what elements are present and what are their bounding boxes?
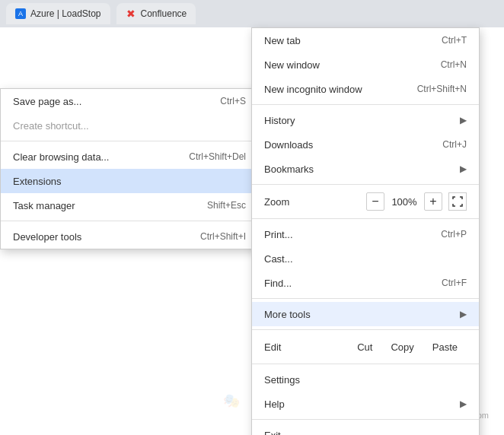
menu-clear-browsing[interactable]: Clear browsing data... Ctrl+Shift+Del: [1, 144, 258, 169]
menu-help[interactable]: Help ▶: [252, 392, 479, 416]
menu-history[interactable]: History ▶: [252, 108, 479, 132]
menu-incognito-shortcut: Ctrl+Shift+N: [417, 84, 467, 94]
help-arrow-icon: ▶: [460, 398, 467, 409]
copy-button[interactable]: Copy: [381, 338, 423, 356]
edit-label: Edit: [264, 341, 348, 353]
zoom-fullscreen-button[interactable]: [448, 192, 467, 211]
edit-row: Edit Cut Copy Paste: [252, 333, 479, 360]
menu-find-label: Find...: [264, 278, 292, 289]
paste-button[interactable]: Paste: [423, 338, 467, 356]
separator-7: [252, 419, 479, 420]
menu-save-page-shortcut: Ctrl+S: [220, 96, 246, 106]
menu-clear-browsing-shortcut: Ctrl+Shift+Del: [189, 151, 246, 162]
menu-save-page[interactable]: Save page as... Ctrl+S: [1, 89, 258, 113]
menu-new-window[interactable]: New window Ctrl+N: [252, 52, 479, 77]
menu-bookmarks-label: Bookmarks: [264, 164, 314, 175]
main-content: 🎭 APPUALS wsxdn.com New tab Ctrl+T New w…: [0, 27, 504, 435]
menu-new-tab-label: New tab: [264, 35, 301, 46]
cut-button[interactable]: Cut: [348, 338, 381, 356]
menu-task-manager[interactable]: Task manager Shift+Esc: [1, 193, 258, 218]
menu-more-tools[interactable]: More tools ▶: [252, 302, 479, 326]
menu-clear-browsing-label: Clear browsing data...: [13, 151, 109, 163]
zoom-minus-button[interactable]: −: [366, 192, 384, 211]
separator-3: [252, 218, 479, 219]
menu-cast[interactable]: Cast...: [252, 246, 479, 271]
menu-settings-label: Settings: [264, 374, 300, 386]
zoom-value: 100%: [391, 196, 418, 208]
menu-more-tools-label: More tools: [264, 309, 311, 320]
separator-1: [252, 104, 479, 105]
menu-history-label: History: [264, 115, 295, 126]
zoom-row: Zoom − 100% +: [252, 188, 479, 215]
menu-exit[interactable]: Exit: [252, 423, 479, 435]
zoom-label: Zoom: [264, 196, 366, 208]
menu-extensions[interactable]: Extensions: [1, 169, 258, 193]
edit-actions: Cut Copy Paste: [348, 338, 467, 356]
chrome-menu-right: New tab Ctrl+T New window Ctrl+N New inc…: [251, 27, 480, 435]
separator-4: [252, 298, 479, 299]
menu-extensions-label: Extensions: [13, 176, 62, 187]
azure-icon: A: [15, 8, 26, 19]
menu-settings[interactable]: Settings: [252, 367, 479, 392]
tab-azure[interactable]: A Azure | LoadStop: [6, 3, 110, 24]
menu-incognito-label: New incognito window: [264, 84, 362, 95]
menu-downloads-shortcut: Ctrl+J: [442, 139, 467, 150]
menu-incognito[interactable]: New incognito window Ctrl+Shift+N: [252, 77, 479, 101]
menu-bookmarks[interactable]: Bookmarks ▶: [252, 157, 479, 181]
menu-print[interactable]: Print... Ctrl+P: [252, 222, 479, 246]
menu-task-manager-label: Task manager: [13, 200, 75, 211]
tab-confluence-label: Confluence: [141, 8, 187, 19]
separator-5: [252, 329, 479, 330]
left-separator-1: [1, 141, 258, 141]
menu-find-shortcut: Ctrl+F: [442, 278, 467, 288]
menu-new-window-label: New window: [264, 59, 320, 71]
separator-2: [252, 184, 479, 185]
menu-task-manager-shortcut: Shift+Esc: [207, 200, 246, 211]
menu-create-shortcut[interactable]: Create shortcut...: [1, 113, 258, 138]
menu-new-window-shortcut: Ctrl+N: [441, 59, 467, 70]
tab-confluence[interactable]: ✖ Confluence: [116, 3, 196, 24]
history-arrow-icon: ▶: [460, 115, 467, 125]
menu-print-label: Print...: [264, 229, 293, 240]
menu-dev-tools[interactable]: Developer tools Ctrl+Shift+I: [1, 224, 258, 249]
menu-dev-tools-shortcut: Ctrl+Shift+I: [200, 231, 246, 242]
menu-dev-tools-label: Developer tools: [13, 231, 81, 243]
menu-cast-label: Cast...: [264, 253, 293, 265]
tab-azure-label: Azure | LoadStop: [30, 8, 101, 19]
browser-bar: A Azure | LoadStop ✖ Confluence: [0, 0, 504, 27]
menu-save-page-label: Save page as...: [13, 96, 81, 107]
separator-6: [252, 364, 479, 364]
bookmarks-arrow-icon: ▶: [460, 164, 467, 174]
menu-print-shortcut: Ctrl+P: [441, 229, 467, 240]
zoom-plus-button[interactable]: +: [424, 192, 442, 211]
confluence-icon: ✖: [126, 8, 136, 19]
menu-help-label: Help: [264, 398, 285, 410]
chrome-menu-left: Save page as... Ctrl+S Create shortcut..…: [0, 88, 259, 249]
more-tools-arrow-icon: ▶: [460, 309, 467, 319]
menu-exit-label: Exit: [264, 430, 281, 436]
menu-downloads[interactable]: Downloads Ctrl+J: [252, 132, 479, 157]
menu-create-shortcut-label: Create shortcut...: [13, 120, 89, 132]
menu-find[interactable]: Find... Ctrl+F: [252, 271, 479, 295]
menu-new-tab-shortcut: Ctrl+T: [442, 35, 467, 46]
menu-downloads-label: Downloads: [264, 139, 313, 151]
left-separator-2: [1, 221, 258, 221]
menu-new-tab[interactable]: New tab Ctrl+T: [252, 28, 479, 52]
zoom-controls: − 100% +: [366, 192, 467, 211]
